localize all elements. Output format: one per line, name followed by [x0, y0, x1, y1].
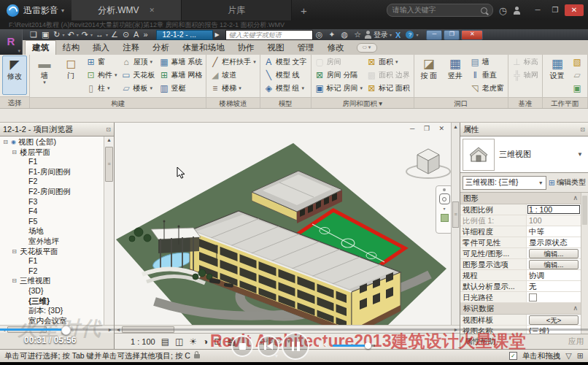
- ribbon-button-ref-plane[interactable]: ▱: [571, 69, 584, 82]
- tree-item-F2[interactable]: F2: [0, 177, 104, 187]
- ribbon-button-窗[interactable]: ⊞窗: [85, 55, 119, 69]
- view-instance-combo[interactable]: 三维视图: {三维} ▼: [463, 176, 546, 190]
- revit-restore-button[interactable]: ❐: [444, 30, 460, 40]
- search-icon[interactable]: [481, 7, 487, 14]
- property-value-可见性/图形...[interactable]: 编辑...: [527, 248, 581, 258]
- tree-item-视图 (全部)[interactable]: ⊟◉视图 (全部): [0, 137, 104, 147]
- tree-item-F4[interactable]: F4: [0, 207, 104, 217]
- checkbox[interactable]: [529, 293, 537, 301]
- help-icon[interactable]: ?: [406, 31, 414, 39]
- ribbon-panel-label[interactable]: 洞口: [414, 97, 508, 108]
- more-tools-icon[interactable]: »: [143, 29, 147, 40]
- text-icon[interactable]: A: [134, 29, 139, 40]
- viewcube[interactable]: [404, 143, 455, 182]
- ribbon-display-toggle[interactable]: ⬭ ▾: [357, 43, 377, 53]
- property-value-视图样板[interactable]: <无>: [527, 315, 581, 325]
- combo-caret-icon[interactable]: ▼: [538, 180, 543, 185]
- property-section-图形[interactable]: 图形∧: [460, 193, 581, 204]
- ribbon-button-幕墙 网格[interactable]: ⊞幕墙 网格: [158, 69, 204, 82]
- ribbon-button-标记 房间[interactable]: ▣标记 房间▾: [314, 82, 364, 95]
- expander-icon[interactable]: ⊟: [11, 247, 18, 257]
- property-value-零件可见性[interactable]: 显示原状态: [527, 237, 581, 247]
- volume-speaker-icon[interactable]: [319, 341, 328, 348]
- detail-level-icon[interactable]: ▤: [161, 337, 169, 347]
- signin-caret-icon[interactable]: ▾: [390, 32, 392, 37]
- ribbon-button-老虎窗[interactable]: ◹老虎窗: [469, 82, 506, 95]
- communication-icon[interactable]: ◍: [341, 30, 349, 39]
- properties-scrollbar-thumb[interactable]: [582, 196, 587, 225]
- properties-scrollbar[interactable]: [581, 193, 588, 334]
- pause-button[interactable]: [282, 332, 309, 360]
- ribbon-tab-分析[interactable]: 分析: [146, 41, 176, 55]
- canvas-vertical-scrollbar[interactable]: ▲ ≡: [451, 123, 460, 325]
- ribbon-button-viewer[interactable]: ▣: [571, 82, 584, 95]
- ribbon-button-坡道[interactable]: ◢坡道: [209, 69, 258, 82]
- player-minimize-button[interactable]: ─: [530, 4, 546, 16]
- redo-caret-icon[interactable]: ▾: [90, 32, 93, 37]
- measure-caret-icon[interactable]: ▾: [106, 32, 108, 37]
- tree-item-F2-房间图例[interactable]: F2-房间图例: [0, 187, 104, 197]
- drag-checkbox[interactable]: ✓: [509, 352, 517, 360]
- tree-item-F1[interactable]: F1: [0, 256, 104, 266]
- revit-close-button[interactable]: ✕: [461, 30, 483, 40]
- tree-item-楼层平面[interactable]: ⊟楼层平面: [0, 147, 104, 158]
- ribbon-panel-label[interactable]: 楼梯坡道: [206, 97, 260, 108]
- property-button[interactable]: 编辑...: [529, 249, 579, 258]
- ribbon-button-模型 线[interactable]: ╲模型 线: [263, 69, 309, 82]
- history-clock-icon[interactable]: ◷: [499, 6, 507, 15]
- steering-wheel-icon[interactable]: [439, 193, 450, 204]
- ribbon-panel-label[interactable]: 构建: [30, 97, 206, 108]
- ribbon-button-构件[interactable]: ⊡构件▾: [85, 69, 119, 82]
- tree-item-F2[interactable]: F2: [0, 266, 104, 277]
- player-tab-1[interactable]: 片库: [182, 0, 292, 20]
- infocenter-search-input[interactable]: 键入关键字或短语: [225, 30, 313, 40]
- revit-minimize-button[interactable]: ─: [426, 30, 442, 40]
- ribbon-button-垂直[interactable]: ‖垂直: [469, 69, 506, 82]
- type-selector[interactable]: 三维视图 ▼: [460, 137, 588, 173]
- tree-item-副本: {3D}[interactable]: 副本: {3D}: [0, 306, 104, 316]
- ribbon-button-栏杆扶手[interactable]: ╱栏杆扶手▾: [209, 55, 258, 69]
- ribbon-button-门[interactable]: ◻门: [58, 55, 83, 96]
- subscription-icon[interactable]: ✦: [328, 30, 335, 39]
- property-button[interactable]: 编辑...: [529, 260, 579, 269]
- browser-scrollbar-thumb[interactable]: ≡: [105, 147, 113, 182]
- open-icon[interactable]: ❏: [30, 29, 37, 40]
- ribbon-button-幕墙 系统[interactable]: ▦幕墙 系统: [158, 55, 204, 69]
- property-value-图形显示选项[interactable]: 编辑...: [527, 259, 581, 269]
- property-value-视图比例[interactable]: 1 : 100: [527, 204, 581, 215]
- player-maximize-button[interactable]: ❐: [547, 4, 563, 16]
- signin-label[interactable]: 登录: [374, 30, 388, 40]
- property-button[interactable]: <无>: [529, 315, 579, 325]
- dimension-icon[interactable]: ∠: [111, 29, 118, 40]
- ribbon-button-竖梃[interactable]: ▥竖梃: [158, 82, 204, 95]
- volume-slider[interactable]: [333, 345, 375, 347]
- tree-item-三维视图[interactable]: ⊟三维视图: [0, 276, 104, 286]
- volume-handle[interactable]: [365, 342, 371, 349]
- player-logo-icon[interactable]: [7, 4, 19, 17]
- ribbon-button-修改[interactable]: ◤修改: [2, 55, 27, 95]
- tree-item-F1-房间图例[interactable]: F1-房间图例: [0, 167, 104, 177]
- ribbon-button-面积[interactable]: ⊠面积▾: [365, 55, 411, 69]
- ribbon-panel-label[interactable]: 选择: [0, 96, 29, 108]
- measure-icon[interactable]: ↔: [96, 29, 104, 40]
- new-tab-button[interactable]: +: [292, 4, 316, 17]
- undo-icon[interactable]: ↶: [68, 29, 74, 40]
- view-scale-button[interactable]: 1 : 100: [131, 337, 155, 346]
- stop-button[interactable]: [231, 335, 253, 357]
- tree-item-室外地坪[interactable]: 室外地坪: [0, 237, 104, 247]
- property-value-默认分析显示...[interactable]: 无: [527, 281, 581, 291]
- user-account-icon[interactable]: [513, 7, 521, 15]
- lock-icon[interactable]: [194, 354, 200, 358]
- project-selector-caret-icon[interactable]: ▶: [215, 31, 220, 38]
- ribbon-button-设置[interactable]: ▦设置: [545, 55, 570, 96]
- ribbon-button-楼梯[interactable]: ≡楼梯▾: [209, 82, 258, 95]
- favorites-star-icon[interactable]: ☆: [354, 30, 361, 39]
- ribbon-button-屋顶[interactable]: ⌂屋顶▾: [120, 55, 157, 69]
- help-caret-icon[interactable]: ▾: [416, 32, 418, 37]
- ribbon-button-天花板[interactable]: ▭天花板: [120, 69, 157, 82]
- property-value-日光路径[interactable]: [527, 292, 581, 302]
- scroll-up-icon[interactable]: ▲: [104, 137, 114, 142]
- ribbon-button-竖井[interactable]: ▦竖井: [443, 55, 468, 96]
- view-window-controls[interactable]: ─ ❐ ✕: [410, 125, 448, 132]
- ribbon-button-show-workplane[interactable]: ▧: [571, 55, 584, 69]
